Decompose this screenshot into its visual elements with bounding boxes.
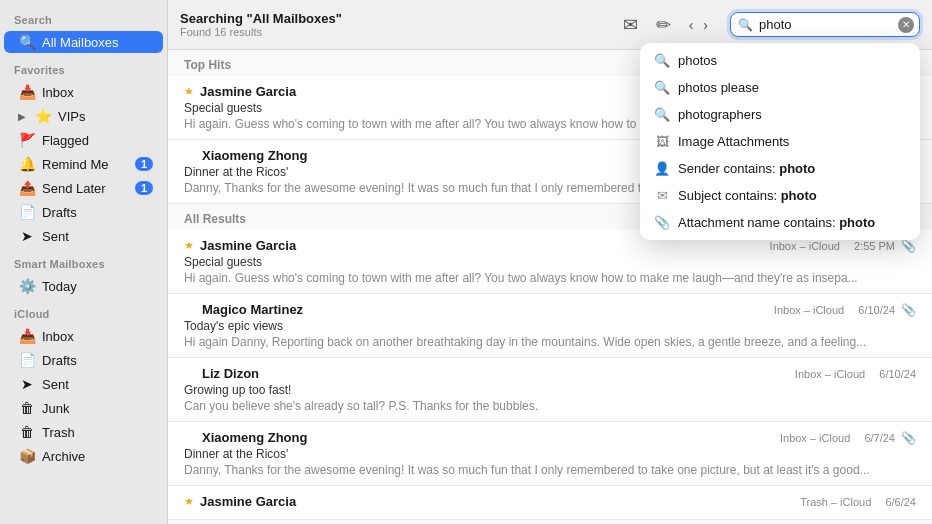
dropdown-item-photos-please[interactable]: 🔍 photos please <box>640 74 920 101</box>
toolbar-title-area: Searching "All Mailboxes" Found 16 resul… <box>180 11 611 38</box>
search-input[interactable] <box>730 12 920 37</box>
dropdown-envelope-icon: ✉ <box>654 188 670 203</box>
prev-button[interactable]: ‹ <box>685 15 698 35</box>
envelope-icon: ✉ <box>623 14 638 36</box>
sidebar-item-icloud-trash[interactable]: 🗑 Trash <box>4 421 163 443</box>
sidebar-item-all-mailboxes[interactable]: 🔍 All Mailboxes <box>4 31 163 53</box>
sidebar-item-drafts[interactable]: 📄 Drafts <box>4 201 163 223</box>
search-input-wrapper: 🔍 ✕ <box>730 12 920 37</box>
sidebar: Search 🔍 All Mailboxes Favorites 📥 Inbox… <box>0 0 168 524</box>
dropdown-item-photographers[interactable]: 🔍 photographers <box>640 101 920 128</box>
sidebar-favorites-label: Favorites <box>0 54 167 80</box>
sidebar-label-today: Today <box>42 279 153 294</box>
sidebar-item-icloud-inbox[interactable]: 📥 Inbox <box>4 325 163 347</box>
email-sender: Magico Martinez <box>202 302 768 317</box>
sidebar-item-sent[interactable]: ➤ Sent <box>4 225 163 247</box>
dropdown-person-icon: 👤 <box>654 161 670 176</box>
sidebar-item-remind-me[interactable]: 🔔 Remind Me 1 <box>4 153 163 175</box>
sidebar-label-all-mailboxes: All Mailboxes <box>42 35 153 50</box>
vip-star-icon: ★ <box>184 495 194 508</box>
dropdown-item-image-attachments[interactable]: 🖼 Image Attachments <box>640 128 920 155</box>
email-mailbox: Inbox – iCloud <box>774 304 844 316</box>
email-preview: Hi again. Guess who's coming to town wit… <box>184 271 916 285</box>
vips-disclosure-icon: ▶ <box>18 111 26 122</box>
email-preview: Hi again Danny, Reporting back on anothe… <box>184 335 916 349</box>
search-clear-button[interactable]: ✕ <box>898 17 914 33</box>
attachment-icon: 📎 <box>901 303 916 317</box>
attachment-icon: 📎 <box>901 431 916 445</box>
dropdown-text-photos: photos <box>678 53 906 68</box>
sidebar-label-drafts: Drafts <box>42 205 153 220</box>
vip-star-icon: ★ <box>184 239 194 252</box>
dropdown-item-subject[interactable]: ✉ Subject contains: photo <box>640 182 920 209</box>
sidebar-item-icloud-junk[interactable]: 🗑 Junk <box>4 397 163 419</box>
sidebar-item-icloud-drafts[interactable]: 📄 Drafts <box>4 349 163 371</box>
email-subject: Growing up too fast! <box>184 383 916 397</box>
sidebar-label-inbox: Inbox <box>42 85 153 100</box>
email-subject: Special guests <box>184 255 916 269</box>
table-row[interactable]: Xiaomeng Zhong Inbox – iCloud 6/7/24 📎 D… <box>168 422 932 486</box>
dropdown-text-photos-please: photos please <box>678 80 906 95</box>
search-bar-area: 🔍 ✕ 🔍 photos 🔍 photos please 🔍 <box>730 12 920 37</box>
icloud-sent-icon: ➤ <box>18 376 36 392</box>
email-time: 6/10/24 <box>879 368 916 380</box>
search-dropdown: 🔍 photos 🔍 photos please 🔍 photographers… <box>640 43 920 240</box>
dropdown-item-attachment-name[interactable]: 📎 Attachment name contains: photo <box>640 209 920 236</box>
sidebar-item-flagged[interactable]: 🚩 Flagged <box>4 129 163 151</box>
page-title: Searching "All Mailboxes" <box>180 11 611 26</box>
sidebar-item-icloud-sent[interactable]: ➤ Sent <box>4 373 163 395</box>
sidebar-label-icloud-inbox: Inbox <box>42 329 153 344</box>
email-preview: Can you believe she's already so tall? P… <box>184 399 916 413</box>
dropdown-search-icon-3: 🔍 <box>654 107 670 122</box>
email-subject: Dinner at the Ricos' <box>184 447 916 461</box>
sidebar-icloud-label: iCloud <box>0 298 167 324</box>
email-meta: Inbox – iCloud 6/7/24 <box>780 432 895 444</box>
sidebar-item-today[interactable]: ⚙️ Today <box>4 275 163 297</box>
dropdown-text-sender: Sender contains: photo <box>678 161 906 176</box>
sent-icon: ➤ <box>18 228 36 244</box>
email-meta: Inbox – iCloud 6/10/24 <box>774 304 895 316</box>
sidebar-label-flagged: Flagged <box>42 133 153 148</box>
sidebar-item-inbox[interactable]: 📥 Inbox <box>4 81 163 103</box>
icloud-trash-icon: 🗑 <box>18 424 36 440</box>
drafts-icon: 📄 <box>18 204 36 220</box>
email-meta: Inbox – iCloud 6/10/24 <box>795 368 916 380</box>
sidebar-label-icloud-sent: Sent <box>42 377 153 392</box>
compose-button[interactable]: ✏ <box>652 10 675 40</box>
toolbar: Searching "All Mailboxes" Found 16 resul… <box>168 0 932 50</box>
sidebar-item-vips[interactable]: ▶ ⭐ VIPs <box>4 105 163 127</box>
table-row[interactable]: ★ Jasmine Garcia Trash – iCloud 6/6/24 <box>168 486 932 520</box>
new-message-button[interactable]: ✉ <box>619 10 642 40</box>
sidebar-label-send-later: Send Later <box>42 181 129 196</box>
email-time: 6/6/24 <box>885 496 916 508</box>
email-meta: Inbox – iCloud 2:55 PM <box>770 240 895 252</box>
remind-me-icon: 🔔 <box>18 156 36 172</box>
table-row[interactable]: Magico Martinez Inbox – iCloud 6/10/24 📎… <box>168 294 932 358</box>
sidebar-smart-label: Smart Mailboxes <box>0 248 167 274</box>
sidebar-item-send-later[interactable]: 📤 Send Later 1 <box>4 177 163 199</box>
email-item-top: Xiaomeng Zhong Inbox – iCloud 6/7/24 📎 <box>184 430 916 445</box>
dropdown-item-photos[interactable]: 🔍 photos <box>640 47 920 74</box>
icloud-inbox-icon: 📥 <box>18 328 36 344</box>
dropdown-search-icon-1: 🔍 <box>654 53 670 68</box>
results-subtitle: Found 16 results <box>180 26 611 38</box>
next-button[interactable]: › <box>699 15 712 35</box>
vips-star-icon: ⭐ <box>34 108 52 124</box>
dropdown-paperclip-icon: 📎 <box>654 215 670 230</box>
compose-icon: ✏ <box>656 14 671 36</box>
attachment-icon: 📎 <box>901 239 916 253</box>
sidebar-label-icloud-drafts: Drafts <box>42 353 153 368</box>
sidebar-label-icloud-trash: Trash <box>42 425 153 440</box>
dropdown-item-sender[interactable]: 👤 Sender contains: photo <box>640 155 920 182</box>
toolbar-actions: ✉ ✏ ‹ › 🔍 ✕ 🔍 photos <box>619 10 920 40</box>
sidebar-item-icloud-archive[interactable]: 📦 Archive <box>4 445 163 467</box>
table-row[interactable]: Liz Dizon Inbox – iCloud 6/10/24 Growing… <box>168 358 932 422</box>
today-icon: ⚙️ <box>18 278 36 294</box>
flagged-icon: 🚩 <box>18 132 36 148</box>
email-item-top: Liz Dizon Inbox – iCloud 6/10/24 <box>184 366 916 381</box>
dropdown-text-attachment-name: Attachment name contains: photo <box>678 215 906 230</box>
dropdown-text-image-attachments: Image Attachments <box>678 134 906 149</box>
email-sender: Jasmine Garcia <box>200 238 764 253</box>
email-mailbox: Inbox – iCloud <box>770 240 840 252</box>
email-mailbox: Trash – iCloud <box>800 496 871 508</box>
